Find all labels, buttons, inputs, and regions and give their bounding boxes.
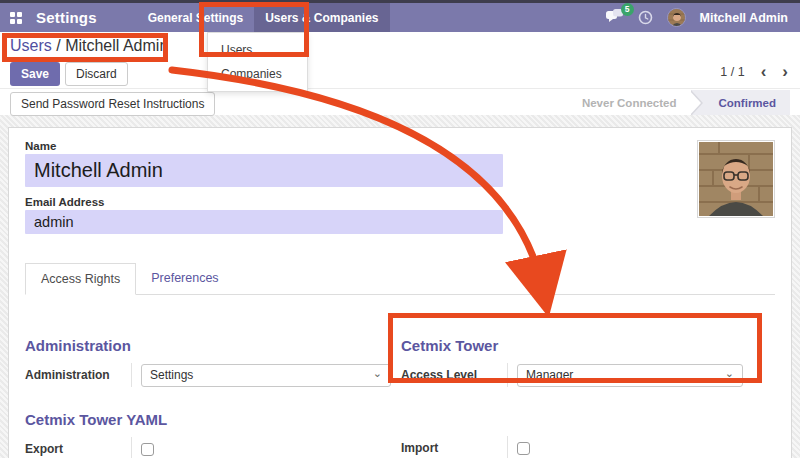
name-input[interactable]: [25, 154, 503, 187]
control-panel-divider: [0, 88, 800, 89]
section-administration: Administration Administration Settings ⌄: [25, 337, 391, 387]
apps-grid-icon[interactable]: [10, 12, 22, 24]
cetmix-yaml-title: Cetmix Tower YAML: [25, 411, 391, 428]
export-checkbox[interactable]: [141, 443, 154, 456]
statusbar-arrow-separator: [691, 90, 705, 115]
topbar: Settings General Settings Users & Compan…: [0, 0, 800, 32]
tab-access-rights[interactable]: Access Rights: [25, 263, 136, 295]
email-input[interactable]: [25, 210, 503, 234]
messages-badge: 5: [621, 3, 634, 16]
users-companies-dropdown: Users Companies: [207, 32, 308, 92]
administration-field-label: Administration: [25, 363, 131, 387]
import-label: Import: [401, 436, 507, 458]
cetmix-tower-title: Cetmix Tower: [401, 337, 775, 354]
activity-clock-icon[interactable]: [638, 10, 653, 25]
pager-value: 1 / 1: [720, 65, 744, 79]
dropdown-item-companies[interactable]: Companies: [208, 62, 307, 86]
notebook-tabs: Access Rights Preferences: [25, 263, 775, 295]
app-title: Settings: [36, 9, 97, 26]
form-buttons: Save Discard: [10, 62, 128, 86]
pager: 1 / 1 ‹ ›: [720, 65, 788, 79]
user-menu[interactable]: Mitchell Admin: [700, 11, 788, 25]
control-panel: Users / Mitchell Admin Save Discard 1 / …: [0, 32, 800, 115]
section-cetmix-tower: Cetmix Tower Access Level Manager ⌄: [401, 337, 775, 387]
administration-title: Administration: [25, 337, 391, 354]
email-label: Email Address: [25, 196, 775, 208]
status-confirmed[interactable]: Confirmed: [705, 90, 791, 115]
breadcrumb-current: Mitchell Admin: [65, 37, 168, 54]
user-avatar-small[interactable]: [667, 8, 686, 27]
status-never-connected[interactable]: Never Connected: [568, 90, 691, 115]
dropdown-item-users[interactable]: Users: [208, 38, 307, 62]
discard-button[interactable]: Discard: [65, 62, 128, 86]
administration-select[interactable]: Settings ⌄: [141, 364, 391, 387]
import-row: Import: [401, 411, 775, 458]
breadcrumb: Users / Mitchell Admin: [10, 37, 168, 55]
topbar-right: 5 Mitchell Admin: [606, 8, 800, 27]
save-button[interactable]: Save: [10, 62, 60, 86]
menu-general-settings[interactable]: General Settings: [137, 3, 254, 32]
breadcrumb-users-link[interactable]: Users: [10, 37, 52, 54]
chevron-down-icon: ⌄: [373, 367, 382, 380]
statusbar: Never Connected Confirmed: [568, 90, 790, 115]
access-level-select[interactable]: Manager ⌄: [517, 364, 743, 387]
import-checkbox[interactable]: [517, 442, 530, 455]
send-password-reset-button[interactable]: Send Password Reset Instructions: [10, 92, 215, 116]
tab-preferences[interactable]: Preferences: [136, 263, 233, 294]
topbar-menus: General Settings Users & Companies: [137, 3, 390, 32]
access-level-label: Access Level: [401, 363, 507, 387]
section-cetmix-tower-yaml: Cetmix Tower YAML Export: [25, 411, 391, 458]
page-background: Name Email Address: [0, 115, 800, 458]
form-sheet: Name Email Address: [8, 127, 792, 458]
breadcrumb-separator: /: [56, 37, 60, 54]
name-label: Name: [25, 140, 775, 152]
user-avatar-photo[interactable]: [697, 140, 775, 218]
pager-next-icon[interactable]: ›: [782, 66, 788, 78]
menu-users-companies[interactable]: Users & Companies: [254, 3, 389, 32]
export-label: Export: [25, 437, 131, 458]
pager-prev-icon[interactable]: ‹: [761, 66, 767, 78]
chevron-down-icon: ⌄: [725, 367, 734, 380]
messages-icon[interactable]: 5: [606, 9, 624, 27]
